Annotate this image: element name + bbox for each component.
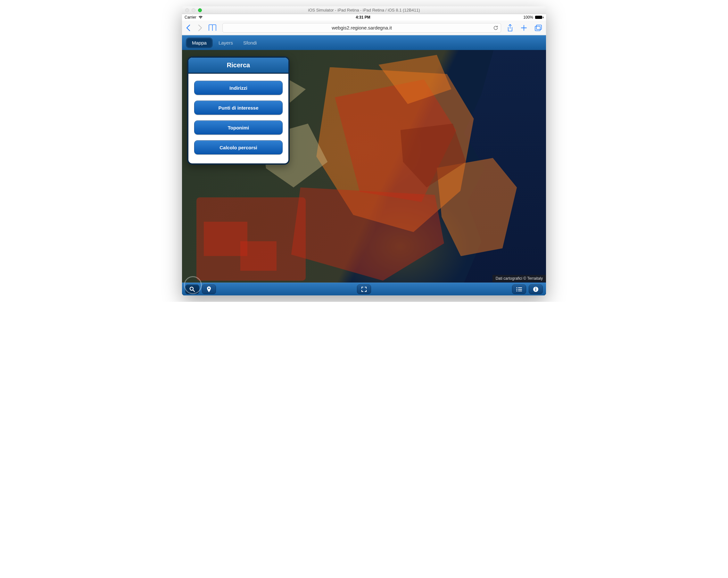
info-icon [533, 286, 539, 292]
svg-point-6 [516, 289, 517, 290]
svg-point-3 [208, 287, 210, 289]
search-panel-title: Ricerca [188, 58, 288, 74]
info-button[interactable] [529, 285, 543, 294]
expand-icon [361, 286, 367, 292]
legend-button[interactable] [512, 285, 526, 294]
svg-rect-9 [518, 291, 522, 291]
webgis-app: Mappa Layers Sfondi Ricerca Indirizzi [182, 35, 546, 295]
map-overlay-zone [240, 241, 277, 271]
svg-rect-5 [518, 287, 522, 288]
minimize-window-button[interactable] [191, 8, 196, 12]
svg-rect-12 [536, 289, 536, 291]
bookmarks-button[interactable] [208, 24, 216, 31]
reload-icon[interactable] [493, 25, 498, 30]
tab-sfondi[interactable]: Sfondi [239, 38, 261, 47]
carrier-label: Carrier [185, 15, 197, 20]
safari-toolbar: webgis2.regione.sardegna.it [182, 21, 546, 35]
tab-mappa[interactable]: Mappa [187, 38, 212, 47]
search-panel: Ricerca Indirizzi Punti di interesse Top… [187, 56, 290, 165]
mac-titlebar: iOS Simulator - iPad Retina - iPad Retin… [182, 6, 546, 14]
list-icon [516, 287, 522, 292]
map-attribution: Dati cartografici © Terraitaly [493, 275, 546, 282]
svg-rect-1 [537, 25, 542, 29]
search-toponimi-button[interactable]: Toponimi [194, 121, 283, 135]
svg-point-4 [516, 287, 517, 288]
svg-point-11 [536, 287, 537, 288]
battery-icon [535, 16, 543, 19]
back-button[interactable] [186, 24, 190, 31]
map-bottombar [182, 283, 546, 295]
search-icon [189, 286, 195, 292]
search-route-button[interactable]: Calcolo percorsi [194, 140, 283, 154]
battery-percent: 100% [523, 15, 533, 20]
forward-button[interactable] [198, 24, 203, 31]
wifi-icon [198, 16, 203, 19]
window-title: iOS Simulator - iPad Retina - iPad Retin… [182, 8, 546, 12]
pin-icon [207, 286, 211, 292]
ios-simulator-window: iOS Simulator - iPad Retina - iPad Retin… [182, 6, 546, 295]
clock: 4:31 PM [356, 15, 370, 20]
search-tool-button[interactable] [185, 285, 199, 294]
tabs-button[interactable] [535, 24, 542, 31]
share-button[interactable] [507, 24, 513, 32]
ios-status-bar: Carrier 4:31 PM 100% [182, 14, 546, 21]
svg-point-8 [516, 290, 517, 291]
new-tab-button[interactable] [520, 24, 527, 31]
locate-button[interactable] [202, 285, 216, 294]
app-topbar: Mappa Layers Sfondi [182, 35, 546, 50]
search-poi-button[interactable]: Punti di interesse [194, 101, 283, 115]
close-window-button[interactable] [185, 8, 189, 12]
svg-rect-7 [518, 289, 522, 290]
map-canvas[interactable]: Ricerca Indirizzi Punti di interesse Top… [182, 50, 546, 295]
tab-layers[interactable]: Layers [214, 38, 237, 47]
zoom-window-button[interactable] [198, 8, 202, 12]
fullscreen-button[interactable] [357, 285, 371, 294]
search-indirizzi-button[interactable]: Indirizzi [194, 81, 283, 95]
url-text: webgis2.regione.sardegna.it [332, 25, 392, 30]
svg-rect-0 [535, 26, 540, 31]
address-bar[interactable]: webgis2.regione.sardegna.it [223, 23, 501, 33]
